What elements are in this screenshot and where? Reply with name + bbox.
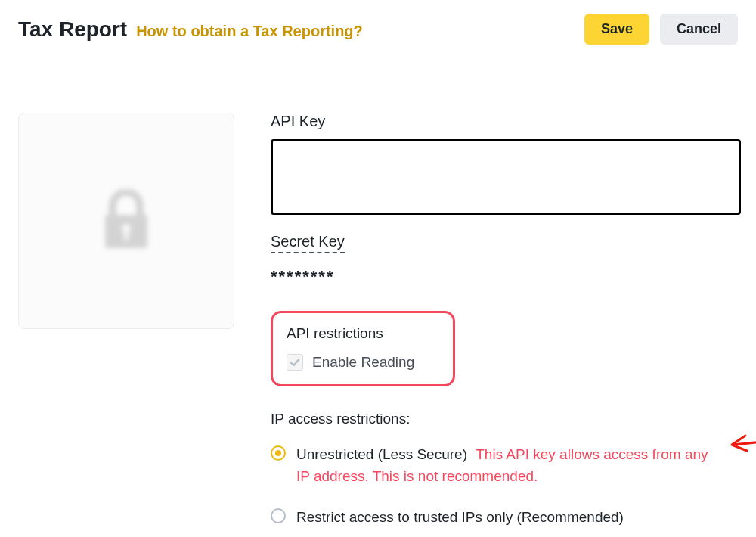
ip-option-trusted-label: Restrict access to trusted IPs only (Rec… <box>296 509 624 525</box>
svg-rect-2 <box>124 230 129 241</box>
cancel-button[interactable]: Cancel <box>660 14 738 45</box>
ip-option-unrestricted-radio[interactable] <box>271 445 286 461</box>
page-title: Tax Report <box>18 17 127 42</box>
api-key-label: API Key <box>271 113 741 130</box>
api-restrictions-title: API restrictions <box>287 325 441 342</box>
secret-key-value: ******** <box>271 267 741 287</box>
ip-option-unrestricted-label: Unrestricted (Less Secure) <box>296 446 467 462</box>
qr-placeholder-card <box>18 113 234 329</box>
ip-option-unrestricted-text: Unrestricted (Less Secure) This API key … <box>296 444 720 487</box>
lock-icon <box>102 189 150 253</box>
help-link[interactable]: How to obtain a Tax Reporting? <box>136 23 363 40</box>
api-key-input[interactable] <box>271 139 741 215</box>
ip-restrictions-title: IP access restrictions: <box>271 411 741 427</box>
ip-option-trusted-text: Restrict access to trusted IPs only (Rec… <box>296 507 624 529</box>
secret-key-label: Secret Key <box>271 233 345 250</box>
enable-reading-label: Enable Reading <box>312 354 414 371</box>
ip-option-trusted-radio[interactable] <box>271 508 286 523</box>
api-restrictions-callout: API restrictions Enable Reading <box>271 311 455 386</box>
enable-reading-checkbox[interactable] <box>287 354 303 371</box>
save-button[interactable]: Save <box>584 14 649 45</box>
